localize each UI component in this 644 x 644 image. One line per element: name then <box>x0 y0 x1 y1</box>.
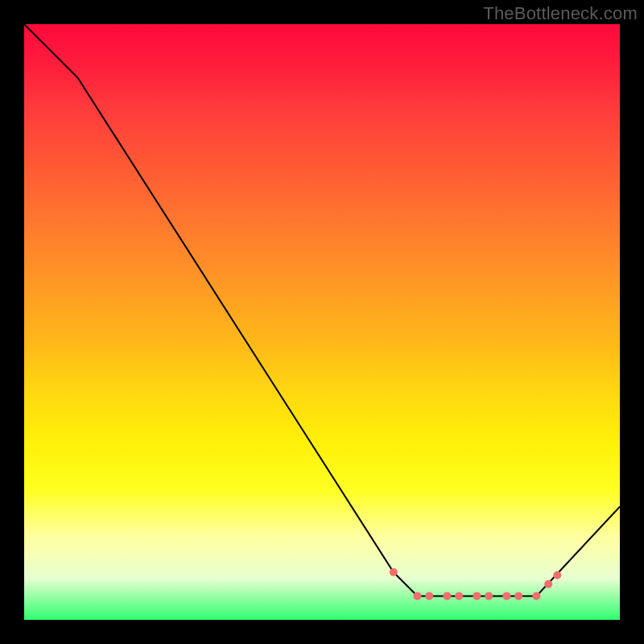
highlight-marker <box>544 580 552 588</box>
watermark-text: TheBottleneck.com <box>483 3 638 24</box>
highlight-marker <box>514 592 522 600</box>
highlight-marker <box>413 592 421 600</box>
highlight-marker <box>553 572 561 580</box>
highlight-marker <box>455 592 463 600</box>
highlight-marker <box>473 592 481 600</box>
highlight-marker-group <box>390 568 562 601</box>
highlight-marker <box>390 568 398 576</box>
chart-svg <box>24 24 620 620</box>
plot-area <box>24 24 620 620</box>
highlight-marker <box>443 592 451 600</box>
highlight-marker <box>532 592 540 600</box>
highlight-marker <box>425 592 433 600</box>
highlight-marker <box>502 592 510 600</box>
chart-frame: TheBottleneck.com <box>0 0 644 644</box>
highlight-marker <box>485 592 493 600</box>
curve-line <box>24 24 620 596</box>
